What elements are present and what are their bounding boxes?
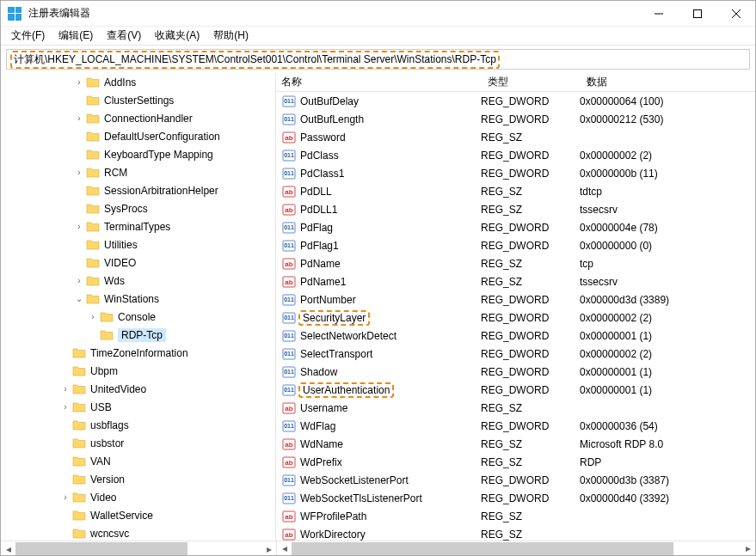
value-row[interactable]: WorkDirectoryREG_SZ	[276, 525, 755, 541]
col-header-name[interactable]: 名称	[276, 75, 482, 89]
tree-item-sysprocs[interactable]: SysProcs	[1, 199, 275, 217]
tree-item-rcm[interactable]: ›RCM	[1, 163, 275, 181]
tree-item-timezoneinformation[interactable]: TimeZoneInformation	[1, 344, 275, 362]
menu-help[interactable]: 帮助(H)	[206, 27, 255, 45]
tree-item-video[interactable]: ›Video	[1, 488, 275, 506]
tree-item-video[interactable]: VIDEO	[1, 254, 275, 272]
value-name: WebSocketTlsListenerPort	[300, 492, 481, 504]
expander-icon[interactable]: ›	[73, 276, 85, 285]
expander-icon[interactable]: ›	[87, 312, 99, 321]
list-scroll-left[interactable]: ◂	[277, 541, 292, 556]
value-row[interactable]: WdNameREG_SZMicrosoft RDP 8.0	[276, 435, 755, 453]
tree-item-rdp-tcp[interactable]: RDP-Tcp	[1, 326, 275, 344]
tree-item-keyboardtype-mapping[interactable]: KeyboardType Mapping	[1, 145, 275, 163]
list-scroll-right[interactable]: ▸	[741, 541, 755, 556]
value-row[interactable]: OutBufDelayREG_DWORD0x00000064 (100)	[276, 92, 755, 110]
tree-item-label: VAN	[90, 455, 111, 467]
value-row[interactable]: PdNameREG_SZtcp	[276, 254, 755, 272]
value-row[interactable]: PortNumberREG_DWORD0x00000d3d (3389)	[276, 290, 755, 309]
expander-icon[interactable]: ›	[73, 222, 85, 231]
list-header: 名称 类型 数据	[276, 73, 755, 92]
value-row[interactable]: PdClassREG_DWORD0x00000002 (2)	[276, 146, 755, 164]
tree-scroll-left[interactable]: ◂	[1, 541, 15, 556]
string-icon	[281, 185, 297, 199]
expander-icon[interactable]: ›	[59, 384, 71, 394]
value-row[interactable]: SelectNetworkDetectREG_DWORD0x00000001 (…	[276, 327, 755, 345]
value-type: REG_DWORD	[481, 330, 580, 342]
tree-item-clustersettings[interactable]: ClusterSettings	[1, 91, 275, 109]
expander-icon[interactable]: ›	[59, 402, 71, 412]
tree-item-version[interactable]: Version	[1, 470, 275, 488]
value-row[interactable]: SelectTransportREG_DWORD0x00000002 (2)	[276, 345, 755, 363]
value-row[interactable]: PdName1REG_SZtssecsrv	[276, 272, 755, 290]
value-row[interactable]: UsernameREG_SZ	[276, 399, 755, 417]
minimize-button[interactable]	[639, 1, 678, 27]
tree-item-wcncsvc[interactable]: wcncsvc	[1, 524, 275, 541]
value-row[interactable]: PasswordREG_SZ	[276, 128, 755, 146]
value-row[interactable]: WdFlagREG_DWORD0x00000036 (54)	[276, 417, 755, 435]
value-row[interactable]: PdClass1REG_DWORD0x0000000b (11)	[276, 164, 755, 182]
maximize-button[interactable]	[678, 1, 716, 27]
value-row[interactable]: WFProfilePathREG_SZ	[276, 507, 755, 525]
value-row[interactable]: WebSocketTlsListenerPortREG_DWORD0x00000…	[276, 489, 755, 507]
tree-scroll-track[interactable]	[15, 541, 261, 555]
value-row[interactable]: WdPrefixREG_SZRDP	[276, 453, 755, 471]
tree-item-walletservice[interactable]: WalletService	[1, 506, 275, 524]
expander-icon[interactable]: ⌄	[73, 294, 85, 303]
expander-icon[interactable]: ›	[73, 113, 85, 123]
tree-item-usbflags[interactable]: usbflags	[1, 416, 275, 434]
menu-view[interactable]: 查看(V)	[100, 27, 148, 45]
folder-icon	[71, 455, 87, 467]
menu-edit[interactable]: 编辑(E)	[52, 27, 100, 45]
tree-view[interactable]: ›AddInsClusterSettings›ConnectionHandler…	[1, 73, 276, 541]
col-header-data[interactable]: 数据	[581, 75, 755, 89]
value-row[interactable]: PdFlagREG_DWORD0x0000004e (78)	[276, 218, 755, 236]
value-data: tcp	[580, 258, 755, 270]
value-row[interactable]: ShadowREG_DWORD0x00000001 (1)	[276, 363, 755, 381]
tree-item-defaultuserconfiguration[interactable]: DefaultUserConfiguration	[1, 127, 275, 145]
address-bar[interactable]: 计算机\HKEY_LOCAL_MACHINE\SYSTEM\ControlSet…	[6, 49, 750, 70]
expander-icon[interactable]: ›	[73, 77, 85, 87]
tree-item-winstations[interactable]: ⌄WinStations	[1, 290, 275, 308]
value-row[interactable]: UserAuthenticationREG_DWORD0x00000001 (1…	[276, 381, 755, 399]
value-row[interactable]: PdDLLREG_SZtdtcp	[276, 182, 755, 200]
tree-item-ubpm[interactable]: Ubpm	[1, 362, 275, 380]
window-title: 注册表编辑器	[28, 6, 639, 21]
value-list[interactable]: 名称 类型 数据 OutBufDelayREG_DWORD0x00000064 …	[276, 73, 755, 541]
tree-item-unitedvideo[interactable]: ›UnitedVideo	[1, 380, 275, 398]
list-scroll-track[interactable]	[292, 542, 741, 555]
menu-favorites[interactable]: 收藏夹(A)	[148, 27, 206, 45]
tree-item-utilities[interactable]: Utilities	[1, 235, 275, 254]
value-name: OutBufLength	[300, 113, 481, 125]
folder-icon	[71, 383, 87, 395]
close-button[interactable]	[716, 1, 755, 27]
col-header-type[interactable]: 类型	[482, 75, 581, 89]
tree-item-label: RCM	[104, 167, 127, 179]
tree-item-van[interactable]: VAN	[1, 452, 275, 470]
value-row[interactable]: PdFlag1REG_DWORD0x00000000 (0)	[276, 236, 755, 254]
tree-item-label: TimeZoneInformation	[90, 347, 188, 359]
value-row[interactable]: PdDLL1REG_SZtssecsrv	[276, 200, 755, 218]
tree-item-addins[interactable]: ›AddIns	[1, 73, 275, 91]
tree-item-label: Ubpm	[90, 365, 118, 377]
value-name: SelectNetworkDetect	[300, 330, 481, 342]
tree-item-usbstor[interactable]: usbstor	[1, 434, 275, 452]
tree-item-console[interactable]: ›Console	[1, 308, 275, 326]
tree-item-connectionhandler[interactable]: ›ConnectionHandler	[1, 109, 275, 127]
tree-item-label: Video	[90, 492, 116, 504]
tree-scroll-right[interactable]: ▸	[261, 541, 276, 556]
value-data: 0x00000036 (54)	[580, 420, 755, 432]
tree-item-wds[interactable]: ›Wds	[1, 272, 275, 290]
tree-item-sessionarbitrationhelper[interactable]: SessionArbitrationHelper	[1, 181, 275, 199]
expander-icon[interactable]: ›	[59, 492, 71, 502]
expander-icon[interactable]: ›	[73, 168, 85, 177]
tree-item-terminaltypes[interactable]: ›TerminalTypes	[1, 217, 275, 235]
value-row[interactable]: WebSocketListenerPortREG_DWORD0x00000d3b…	[276, 471, 755, 489]
menu-file[interactable]: 文件(F)	[4, 27, 52, 45]
dword-icon	[281, 239, 297, 253]
value-row[interactable]: OutBufLengthREG_DWORD0x00000212 (530)	[276, 110, 755, 128]
tree-item-usb[interactable]: ›USB	[1, 398, 275, 416]
value-name: WFProfilePath	[300, 510, 481, 522]
value-row[interactable]: SecurityLayerREG_DWORD0x00000002 (2)	[276, 309, 755, 327]
value-type: REG_DWORD	[481, 240, 580, 252]
